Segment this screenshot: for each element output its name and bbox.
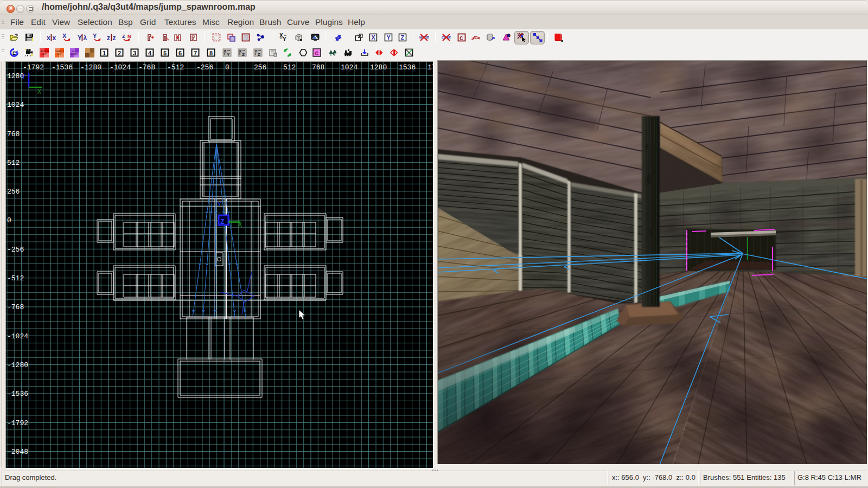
svg-text:6: 6 — [178, 50, 182, 56]
svg-text:-2048: -2048 — [7, 448, 28, 456]
svg-text:N: N — [127, 34, 131, 39]
svg-text:1792: 1792 — [427, 63, 433, 72]
svg-text:-1792: -1792 — [7, 419, 28, 427]
svg-text:Y: Y — [78, 34, 82, 42]
svg-text:CLIP: CLIP — [42, 53, 47, 55]
svg-text:-1280: -1280 — [80, 63, 101, 72]
svg-text:256: 256 — [254, 63, 266, 72]
svg-text:Z: Z — [220, 218, 225, 226]
svg-text:X: X — [37, 88, 41, 96]
svg-text:C: C — [315, 50, 319, 57]
svg-text:1280: 1280 — [370, 63, 387, 72]
svg-text:z: z — [113, 34, 116, 42]
svg-text:-512: -512 — [7, 274, 24, 282]
svg-text:-1024: -1024 — [7, 332, 28, 341]
svg-text:z: z — [122, 33, 125, 39]
svg-text:-512: -512 — [167, 63, 184, 72]
svg-text:0: 0 — [225, 63, 229, 72]
svg-text:C: C — [459, 35, 463, 42]
svg-text:Y: Y — [283, 36, 286, 42]
svg-text:2: 2 — [118, 50, 121, 56]
svg-text:Z: Z — [242, 52, 245, 57]
svg-text:5: 5 — [163, 50, 167, 56]
svg-text:768: 768 — [7, 130, 20, 138]
svg-text:Y: Y — [227, 52, 230, 57]
svg-text:E: E — [12, 50, 16, 56]
svg-text:1024: 1024 — [341, 63, 358, 72]
svg-text:1024: 1024 — [7, 101, 24, 109]
svg-text:-1280: -1280 — [7, 361, 28, 369]
svg-text:-768: -768 — [7, 303, 24, 311]
svg-text:8: 8 — [209, 50, 213, 56]
svg-text:-256: -256 — [7, 246, 24, 254]
svg-text:x: x — [53, 34, 56, 42]
svg-text:X: X — [372, 34, 376, 41]
svg-text:-1536: -1536 — [7, 390, 28, 398]
svg-text:Y: Y — [218, 201, 221, 208]
svg-text:Y: Y — [93, 33, 97, 39]
svg-text:0: 0 — [7, 216, 11, 224]
svg-text:-256: -256 — [196, 63, 213, 72]
svg-text:x: x — [47, 34, 50, 42]
svg-text:-1536: -1536 — [52, 63, 73, 72]
svg-text:7: 7 — [194, 50, 197, 56]
svg-text:DRAW: DRAW — [71, 53, 78, 55]
svg-text:λ: λ — [84, 34, 87, 42]
svg-text:Y: Y — [22, 74, 25, 81]
svg-text:CLIP: CLIP — [57, 53, 62, 55]
svg-text:-1792: -1792 — [23, 63, 44, 72]
svg-text:4: 4 — [148, 50, 152, 56]
svg-text:1536: 1536 — [399, 63, 416, 72]
svg-text:512: 512 — [7, 159, 20, 167]
svg-text:X: X — [238, 221, 242, 229]
svg-text:512: 512 — [283, 63, 296, 72]
svg-text:-1024: -1024 — [110, 63, 131, 72]
svg-text:z: z — [107, 34, 110, 42]
svg-text:3: 3 — [133, 50, 136, 56]
svg-text:Z: Z — [258, 52, 260, 57]
svg-text:-768: -768 — [138, 63, 155, 72]
svg-text:768: 768 — [312, 63, 324, 72]
svg-text:1: 1 — [103, 50, 106, 56]
svg-text:256: 256 — [7, 188, 20, 196]
svg-text:Y: Y — [387, 34, 391, 41]
svg-text:X: X — [62, 33, 67, 39]
svg-text:Z: Z — [401, 34, 405, 41]
